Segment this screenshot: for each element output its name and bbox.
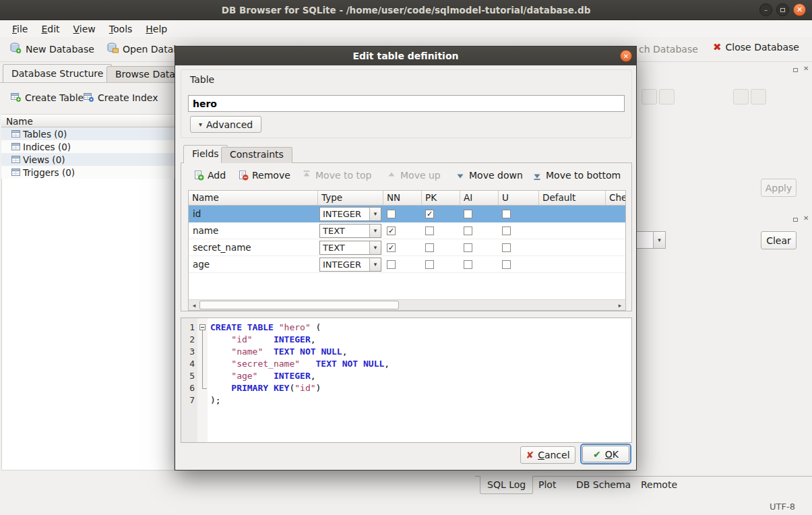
dropdown-arrow-icon[interactable]: ▾ (369, 241, 381, 254)
default-cell[interactable] (539, 222, 606, 239)
column-header-u[interactable]: U (499, 191, 539, 206)
dock-float-icon[interactable] (793, 67, 798, 73)
u-checkbox[interactable] (502, 226, 511, 235)
nn-checkbox[interactable]: ✓ (387, 226, 396, 235)
pk-checkbox[interactable] (425, 243, 434, 252)
clear-button[interactable]: Clear (761, 231, 797, 249)
dropdown-arrow-icon[interactable]: ▾ (653, 232, 665, 248)
field-name-cell[interactable]: secret_name (189, 239, 318, 255)
pk-checkbox[interactable]: ✓ (425, 210, 434, 218)
dock-float-icon[interactable] (793, 216, 798, 223)
column-header-ai[interactable]: AI (460, 191, 499, 206)
dock-close-icon[interactable]: ✕ (803, 215, 809, 222)
column-header-default[interactable]: Default (539, 191, 606, 206)
tree-name-header[interactable]: Name (1, 114, 175, 127)
pk-checkbox[interactable] (425, 226, 434, 235)
column-header-pk[interactable]: PK (422, 191, 460, 206)
ai-checkbox[interactable] (464, 210, 472, 218)
bottom-tab-remote[interactable]: Remote (634, 477, 684, 495)
menu-tools[interactable]: Tools (102, 22, 139, 36)
nn-checkbox[interactable] (387, 260, 396, 269)
nn-checkbox[interactable]: ✓ (387, 243, 396, 252)
menu-view[interactable]: View (67, 22, 102, 36)
window-titlebar[interactable]: DB Browser for SQLite - /home/user/code/… (0, 0, 812, 20)
field-name-cell[interactable]: age (189, 256, 318, 272)
ok-button[interactable]: ✔ OK (582, 446, 629, 462)
default-cell[interactable] (539, 206, 606, 222)
create-index-button[interactable]: Create Index (78, 90, 164, 106)
tree-item-triggers[interactable]: Triggers (0) (1, 166, 175, 179)
cancel-button[interactable]: ✘ Cancel (520, 446, 575, 464)
field-name-cell[interactable]: name (189, 222, 318, 239)
ai-checkbox[interactable] (464, 226, 472, 235)
u-checkbox[interactable] (502, 260, 511, 269)
sql-preview[interactable]: 1234567 CREATE TABLE "hero" ( "id" INTEG… (181, 317, 632, 443)
field-row-secret-name[interactable]: secret_nameTEXT▾✓ (189, 239, 625, 256)
field-row-age[interactable]: ageINTEGER▾ (189, 256, 625, 273)
field-row-id[interactable]: idINTEGER▾✓ (189, 206, 625, 222)
check-cell[interactable] (606, 239, 626, 255)
cell-editor-toolbar-icon[interactable] (751, 89, 766, 104)
check-cell[interactable] (606, 256, 626, 272)
scroll-right-arrow[interactable]: ▸ (615, 300, 625, 310)
tab-database-structure[interactable]: Database Structure (3, 64, 112, 83)
add-button[interactable]: Add (189, 166, 230, 184)
type-combobox[interactable]: INTEGER▾ (319, 207, 381, 221)
minimize-button[interactable]: – (759, 3, 772, 16)
ai-checkbox[interactable] (464, 260, 472, 269)
create-table-button[interactable]: Create Table (5, 90, 89, 106)
cell-editor-toolbar-icon[interactable] (642, 89, 657, 104)
pk-checkbox[interactable] (425, 260, 434, 269)
column-header-nn[interactable]: NN (383, 191, 422, 206)
cell-editor-toolbar-icon[interactable] (659, 89, 675, 104)
field-name-cell[interactable]: id (189, 206, 318, 222)
menu-edit[interactable]: Edit (34, 22, 66, 36)
attach-database-button[interactable]: ch Database (639, 44, 698, 55)
check-cell[interactable] (606, 222, 626, 239)
encoding-status[interactable]: UTF-8 (770, 502, 795, 512)
u-checkbox[interactable] (502, 243, 511, 252)
dropdown-arrow-icon[interactable]: ▾ (369, 208, 381, 220)
menu-file[interactable]: File (5, 22, 34, 36)
tree-item-tables[interactable]: Tables (0) (1, 127, 175, 140)
remove-button[interactable]: Remove (234, 166, 294, 184)
table-name-input[interactable] (188, 95, 625, 112)
column-header-check[interactable]: Check (606, 191, 626, 206)
tab-browse-data[interactable]: Browse Data (106, 66, 184, 83)
dropdown-arrow-icon[interactable]: ▾ (369, 258, 381, 271)
dialog-close-button[interactable]: ✕ (620, 50, 632, 62)
bottom-tab-plot[interactable]: Plot (532, 477, 563, 495)
type-combobox[interactable]: TEXT▾ (319, 224, 381, 238)
fold-collapse-icon[interactable] (199, 324, 206, 330)
cell-editor-toolbar-icon[interactable] (733, 89, 749, 104)
ai-checkbox[interactable] (464, 243, 472, 252)
new-database-button[interactable]: New Database (4, 40, 100, 58)
tree-item-views[interactable]: Views (0) (1, 153, 175, 166)
type-combobox[interactable]: INTEGER▾ (319, 258, 381, 272)
menu-help[interactable]: Help (139, 22, 174, 36)
tab-constraints[interactable]: Constraints (221, 147, 292, 163)
scroll-left-arrow[interactable]: ◂ (189, 300, 199, 310)
dropdown-arrow-icon[interactable]: ▾ (369, 224, 381, 237)
column-header-type[interactable]: Type (318, 191, 383, 206)
bottom-tab-sql-log[interactable]: SQL Log (480, 476, 533, 494)
close-database-button[interactable]: ✖ Close Database (708, 40, 805, 55)
move-to-bottom-button[interactable]: Move to bottom (528, 166, 625, 184)
nn-checkbox[interactable] (387, 210, 396, 218)
column-header-name[interactable]: Name (189, 191, 318, 206)
advanced-button[interactable]: ▾ Advanced (190, 116, 261, 133)
type-combobox[interactable]: TEXT▾ (319, 241, 381, 255)
close-button[interactable]: ✕ (793, 3, 806, 16)
scrollbar-thumb[interactable] (199, 301, 399, 309)
filter-combobox-partial[interactable]: ▾ (636, 231, 666, 249)
bottom-tab-db-schema[interactable]: DB Schema (569, 477, 637, 495)
dock-close-icon[interactable]: ✕ (803, 65, 809, 72)
u-checkbox[interactable] (502, 210, 511, 218)
maximize-button[interactable] (776, 3, 789, 16)
tree-item-indices[interactable]: Indices (0) (1, 140, 175, 153)
default-cell[interactable] (539, 256, 606, 272)
check-cell[interactable] (606, 206, 626, 222)
dialog-titlebar[interactable]: Edit table definition ✕ (175, 47, 636, 65)
default-cell[interactable] (539, 239, 606, 255)
field-row-name[interactable]: nameTEXT▾✓ (189, 222, 625, 239)
